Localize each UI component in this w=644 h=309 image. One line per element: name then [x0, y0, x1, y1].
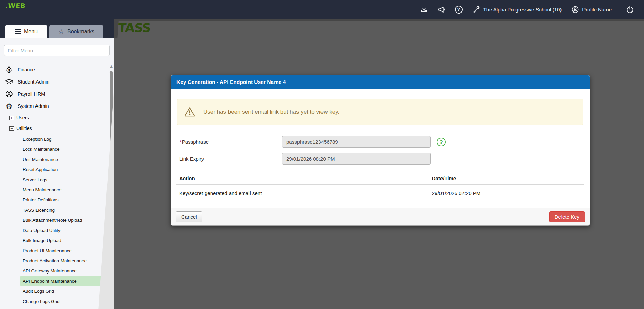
sidebar-item-system-admin[interactable]: ⚙ System Admin	[0, 100, 109, 112]
help-glyph: ?	[457, 7, 460, 12]
modal-title: Key Generation - API Endpoint User Name …	[176, 79, 286, 85]
money-bag-icon: $	[5, 65, 14, 74]
key-history-table: Action Date/Time Key/secret generated an…	[176, 173, 584, 201]
star-icon: ☆	[58, 28, 64, 35]
megaphone-icon[interactable]	[437, 5, 446, 14]
filter-menu-input[interactable]	[4, 45, 110, 56]
help-circle-icon[interactable]: ?	[437, 138, 446, 146]
link-expiry-input[interactable]	[282, 153, 431, 165]
scroll-up-icon[interactable]: ▲	[109, 64, 114, 68]
sidebar-item-label: Finance	[18, 67, 35, 72]
sidebar-item-student-admin[interactable]: Student Admin	[0, 76, 109, 88]
history-datetime-cell: 29/01/2026 02:20 PM	[429, 185, 584, 201]
user-icon	[571, 5, 579, 14]
svg-text:$: $	[8, 69, 10, 72]
sidebar-header: Menu ☆ Bookmarks	[0, 19, 114, 38]
history-row: Key/secret generated and email sent 29/0…	[176, 185, 584, 201]
sidebar: $ Finance Student Admin Payroll HRM ⚙ Sy…	[0, 38, 114, 309]
sidebar-item-api-gateway-maintenance[interactable]: API Gateway Maintenance	[20, 266, 107, 276]
sidebar-item-tass-licencing[interactable]: TASS Licencing	[20, 205, 107, 215]
sidebar-item-server-logs[interactable]: Server Logs	[20, 174, 107, 185]
tab-menu[interactable]: Menu	[5, 25, 47, 38]
key-generation-modal: Key Generation - API Endpoint User Name …	[171, 75, 590, 226]
school-name: The Alpha Progressive School (10)	[483, 7, 562, 13]
user-circle-icon	[5, 90, 14, 98]
sidebar-group-label: Utilities	[16, 126, 32, 131]
modal-body: User has been sent email link but has ye…	[171, 89, 590, 208]
history-column-datetime: Date/Time	[429, 173, 584, 185]
warning-icon	[184, 106, 196, 118]
tab-bookmarks[interactable]: ☆ Bookmarks	[49, 25, 103, 38]
sidebar-item-bulk-attachment-note-upload[interactable]: Bulk Attachment/Note Upload	[20, 215, 107, 225]
modal-form: *Passphrase ? Link Expiry	[176, 136, 584, 165]
school-selector[interactable]: The Alpha Progressive School (10)	[472, 5, 562, 14]
link-expiry-label: Link Expiry	[176, 156, 282, 162]
link-expiry-field-row: Link Expiry	[176, 153, 584, 165]
sidebar-item-audit-logs-grid[interactable]: Audit Logs Grid	[20, 286, 107, 296]
cancel-button[interactable]: Cancel	[176, 211, 202, 222]
passphrase-field-row: *Passphrase ?	[176, 136, 584, 148]
required-marker: *	[179, 139, 181, 145]
sidebar-item-unit-maintenance[interactable]: Unit Maintenance	[20, 154, 107, 164]
logo-suffix: .WEB	[5, 2, 26, 9]
sidebar-item-api-endpoint-maintenance[interactable]: API Endpoint Maintenance	[20, 276, 107, 286]
sidebar-group-label: Users	[16, 115, 29, 120]
sidebar-item-bulk-image-upload[interactable]: Bulk Image Upload	[20, 235, 107, 245]
sidebar-item-data-upload-utility[interactable]: Data Upload Utility	[20, 225, 107, 235]
warning-text: User has been sent email link but has ye…	[203, 109, 339, 115]
sidebar-item-change-logs-grid[interactable]: Change Logs Grid	[20, 296, 107, 306]
graduation-cap-icon	[5, 77, 14, 86]
sidebar-item-finance[interactable]: $ Finance	[0, 64, 109, 76]
sidebar-item-product-activation-maintenance[interactable]: Product Activation Maintenance	[20, 256, 107, 266]
gear-icon: ⚙	[5, 102, 14, 111]
warning-banner: User has been sent email link but has ye…	[177, 99, 583, 125]
history-action-cell: Key/secret generated and email sent	[176, 185, 429, 201]
help-icon[interactable]: ?	[455, 6, 463, 14]
profile-name: Profile Name	[582, 7, 612, 13]
sidebar-item-label: System Admin	[18, 103, 49, 109]
history-column-action: Action	[176, 173, 429, 185]
modal-footer: Cancel Delete Key	[171, 208, 590, 225]
sidebar-group-users[interactable]: + Users	[0, 112, 109, 123]
delete-key-button[interactable]: Delete Key	[549, 211, 585, 222]
top-header: TASS.WEB ? The Alpha Progressive School …	[0, 0, 644, 19]
sidebar-item-payroll-hrm[interactable]: Payroll HRM	[0, 88, 109, 100]
key-icon	[472, 5, 480, 14]
power-icon[interactable]	[626, 5, 634, 14]
sidebar-item-printer-definitions[interactable]: Printer Definitions	[20, 195, 107, 205]
modal-title-bar: Key Generation - API Endpoint User Name …	[171, 75, 590, 89]
collapse-icon[interactable]: −	[9, 126, 14, 131]
hamburger-icon	[15, 29, 21, 34]
sidebar-item-reset-application[interactable]: Reset Application	[20, 164, 107, 174]
tass-logo: TASS.WEB	[5, 2, 26, 9]
passphrase-label: *Passphrase	[176, 139, 282, 145]
sidebar-menu: $ Finance Student Admin Payroll HRM ⚙ Sy…	[0, 64, 109, 306]
sidebar-item-label: Payroll HRM	[18, 91, 45, 97]
passphrase-input[interactable]	[282, 136, 431, 148]
sidebar-group-utilities[interactable]: − Utilities	[0, 123, 109, 134]
profile-menu[interactable]: Profile Name	[571, 5, 612, 14]
tab-bookmarks-label: Bookmarks	[67, 29, 94, 35]
sidebar-item-lock-maintenance[interactable]: Lock Maintenance	[20, 144, 107, 154]
header-actions: ? The Alpha Progressive School (10) Prof…	[420, 0, 644, 19]
sidebar-item-label: Student Admin	[18, 79, 49, 85]
tab-menu-label: Menu	[24, 29, 38, 35]
sidebar-item-menu-maintenance[interactable]: Menu Maintenance	[20, 185, 107, 195]
sidebar-item-product-ui-maintenance[interactable]: Product UI Maintenance	[20, 245, 107, 256]
download-icon[interactable]	[420, 5, 428, 14]
expand-icon[interactable]: +	[9, 116, 14, 120]
sidebar-item-exception-log[interactable]: Exception Log	[20, 134, 107, 144]
